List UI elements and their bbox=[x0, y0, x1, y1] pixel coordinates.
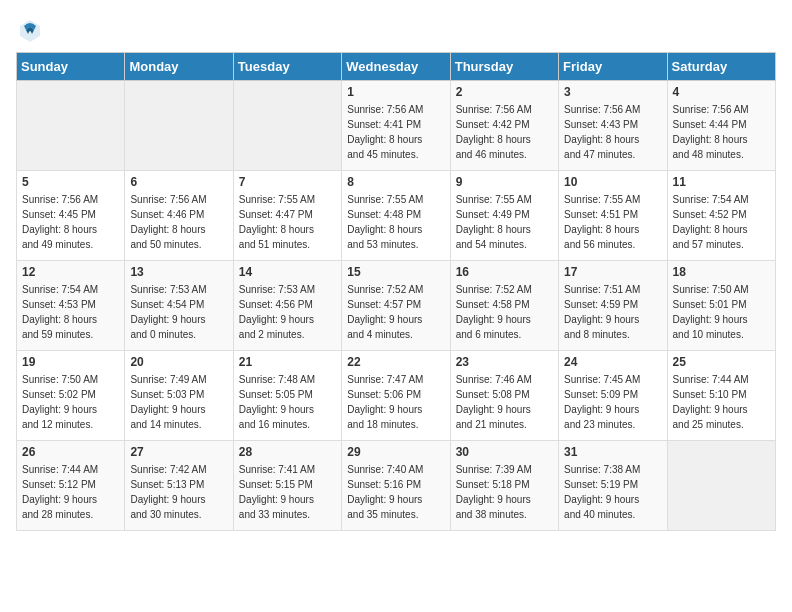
day-info: Sunrise: 7:56 AM Sunset: 4:46 PM Dayligh… bbox=[130, 192, 227, 252]
day-info: Sunrise: 7:50 AM Sunset: 5:01 PM Dayligh… bbox=[673, 282, 770, 342]
day-number: 20 bbox=[130, 355, 227, 369]
day-number: 5 bbox=[22, 175, 119, 189]
day-number: 16 bbox=[456, 265, 553, 279]
day-info: Sunrise: 7:56 AM Sunset: 4:44 PM Dayligh… bbox=[673, 102, 770, 162]
calendar-cell: 18Sunrise: 7:50 AM Sunset: 5:01 PM Dayli… bbox=[667, 261, 775, 351]
day-number: 19 bbox=[22, 355, 119, 369]
day-number: 22 bbox=[347, 355, 444, 369]
calendar-cell: 3Sunrise: 7:56 AM Sunset: 4:43 PM Daylig… bbox=[559, 81, 667, 171]
day-number: 26 bbox=[22, 445, 119, 459]
calendar-cell bbox=[233, 81, 341, 171]
weekday-header-saturday: Saturday bbox=[667, 53, 775, 81]
calendar-cell: 26Sunrise: 7:44 AM Sunset: 5:12 PM Dayli… bbox=[17, 441, 125, 531]
day-number: 31 bbox=[564, 445, 661, 459]
calendar-cell: 1Sunrise: 7:56 AM Sunset: 4:41 PM Daylig… bbox=[342, 81, 450, 171]
weekday-header-thursday: Thursday bbox=[450, 53, 558, 81]
weekday-header-friday: Friday bbox=[559, 53, 667, 81]
calendar-week-row: 5Sunrise: 7:56 AM Sunset: 4:45 PM Daylig… bbox=[17, 171, 776, 261]
calendar-cell bbox=[125, 81, 233, 171]
calendar-cell: 7Sunrise: 7:55 AM Sunset: 4:47 PM Daylig… bbox=[233, 171, 341, 261]
day-info: Sunrise: 7:48 AM Sunset: 5:05 PM Dayligh… bbox=[239, 372, 336, 432]
logo-icon bbox=[16, 16, 44, 44]
calendar-cell: 4Sunrise: 7:56 AM Sunset: 4:44 PM Daylig… bbox=[667, 81, 775, 171]
day-number: 14 bbox=[239, 265, 336, 279]
day-info: Sunrise: 7:38 AM Sunset: 5:19 PM Dayligh… bbox=[564, 462, 661, 522]
calendar-cell: 5Sunrise: 7:56 AM Sunset: 4:45 PM Daylig… bbox=[17, 171, 125, 261]
calendar-cell: 30Sunrise: 7:39 AM Sunset: 5:18 PM Dayli… bbox=[450, 441, 558, 531]
calendar-cell: 9Sunrise: 7:55 AM Sunset: 4:49 PM Daylig… bbox=[450, 171, 558, 261]
calendar-cell: 13Sunrise: 7:53 AM Sunset: 4:54 PM Dayli… bbox=[125, 261, 233, 351]
logo bbox=[16, 16, 48, 44]
day-info: Sunrise: 7:46 AM Sunset: 5:08 PM Dayligh… bbox=[456, 372, 553, 432]
calendar-week-row: 26Sunrise: 7:44 AM Sunset: 5:12 PM Dayli… bbox=[17, 441, 776, 531]
day-info: Sunrise: 7:44 AM Sunset: 5:10 PM Dayligh… bbox=[673, 372, 770, 432]
day-info: Sunrise: 7:45 AM Sunset: 5:09 PM Dayligh… bbox=[564, 372, 661, 432]
calendar-cell: 25Sunrise: 7:44 AM Sunset: 5:10 PM Dayli… bbox=[667, 351, 775, 441]
calendar-cell bbox=[17, 81, 125, 171]
day-info: Sunrise: 7:49 AM Sunset: 5:03 PM Dayligh… bbox=[130, 372, 227, 432]
calendar-cell: 27Sunrise: 7:42 AM Sunset: 5:13 PM Dayli… bbox=[125, 441, 233, 531]
page-header bbox=[16, 16, 776, 44]
day-number: 1 bbox=[347, 85, 444, 99]
calendar-cell: 20Sunrise: 7:49 AM Sunset: 5:03 PM Dayli… bbox=[125, 351, 233, 441]
calendar-cell: 16Sunrise: 7:52 AM Sunset: 4:58 PM Dayli… bbox=[450, 261, 558, 351]
calendar-cell: 10Sunrise: 7:55 AM Sunset: 4:51 PM Dayli… bbox=[559, 171, 667, 261]
day-number: 3 bbox=[564, 85, 661, 99]
day-number: 24 bbox=[564, 355, 661, 369]
day-info: Sunrise: 7:54 AM Sunset: 4:53 PM Dayligh… bbox=[22, 282, 119, 342]
day-number: 12 bbox=[22, 265, 119, 279]
day-info: Sunrise: 7:56 AM Sunset: 4:45 PM Dayligh… bbox=[22, 192, 119, 252]
day-info: Sunrise: 7:55 AM Sunset: 4:48 PM Dayligh… bbox=[347, 192, 444, 252]
day-number: 2 bbox=[456, 85, 553, 99]
day-number: 25 bbox=[673, 355, 770, 369]
day-info: Sunrise: 7:52 AM Sunset: 4:58 PM Dayligh… bbox=[456, 282, 553, 342]
day-number: 17 bbox=[564, 265, 661, 279]
calendar-cell: 11Sunrise: 7:54 AM Sunset: 4:52 PM Dayli… bbox=[667, 171, 775, 261]
calendar-cell: 14Sunrise: 7:53 AM Sunset: 4:56 PM Dayli… bbox=[233, 261, 341, 351]
day-number: 7 bbox=[239, 175, 336, 189]
day-number: 27 bbox=[130, 445, 227, 459]
day-info: Sunrise: 7:56 AM Sunset: 4:41 PM Dayligh… bbox=[347, 102, 444, 162]
day-number: 9 bbox=[456, 175, 553, 189]
calendar-cell: 28Sunrise: 7:41 AM Sunset: 5:15 PM Dayli… bbox=[233, 441, 341, 531]
calendar-cell: 15Sunrise: 7:52 AM Sunset: 4:57 PM Dayli… bbox=[342, 261, 450, 351]
day-number: 18 bbox=[673, 265, 770, 279]
day-number: 4 bbox=[673, 85, 770, 99]
day-info: Sunrise: 7:51 AM Sunset: 4:59 PM Dayligh… bbox=[564, 282, 661, 342]
day-number: 29 bbox=[347, 445, 444, 459]
day-info: Sunrise: 7:42 AM Sunset: 5:13 PM Dayligh… bbox=[130, 462, 227, 522]
calendar-cell: 17Sunrise: 7:51 AM Sunset: 4:59 PM Dayli… bbox=[559, 261, 667, 351]
calendar-cell: 12Sunrise: 7:54 AM Sunset: 4:53 PM Dayli… bbox=[17, 261, 125, 351]
weekday-header-row: SundayMondayTuesdayWednesdayThursdayFrid… bbox=[17, 53, 776, 81]
day-number: 11 bbox=[673, 175, 770, 189]
day-info: Sunrise: 7:55 AM Sunset: 4:49 PM Dayligh… bbox=[456, 192, 553, 252]
calendar-cell: 8Sunrise: 7:55 AM Sunset: 4:48 PM Daylig… bbox=[342, 171, 450, 261]
weekday-header-wednesday: Wednesday bbox=[342, 53, 450, 81]
day-info: Sunrise: 7:56 AM Sunset: 4:43 PM Dayligh… bbox=[564, 102, 661, 162]
day-info: Sunrise: 7:54 AM Sunset: 4:52 PM Dayligh… bbox=[673, 192, 770, 252]
day-info: Sunrise: 7:55 AM Sunset: 4:47 PM Dayligh… bbox=[239, 192, 336, 252]
day-info: Sunrise: 7:50 AM Sunset: 5:02 PM Dayligh… bbox=[22, 372, 119, 432]
day-number: 30 bbox=[456, 445, 553, 459]
day-info: Sunrise: 7:53 AM Sunset: 4:56 PM Dayligh… bbox=[239, 282, 336, 342]
calendar-cell: 19Sunrise: 7:50 AM Sunset: 5:02 PM Dayli… bbox=[17, 351, 125, 441]
calendar-cell: 22Sunrise: 7:47 AM Sunset: 5:06 PM Dayli… bbox=[342, 351, 450, 441]
day-number: 6 bbox=[130, 175, 227, 189]
day-number: 23 bbox=[456, 355, 553, 369]
day-number: 8 bbox=[347, 175, 444, 189]
calendar-week-row: 19Sunrise: 7:50 AM Sunset: 5:02 PM Dayli… bbox=[17, 351, 776, 441]
day-info: Sunrise: 7:41 AM Sunset: 5:15 PM Dayligh… bbox=[239, 462, 336, 522]
day-info: Sunrise: 7:39 AM Sunset: 5:18 PM Dayligh… bbox=[456, 462, 553, 522]
calendar-cell: 31Sunrise: 7:38 AM Sunset: 5:19 PM Dayli… bbox=[559, 441, 667, 531]
weekday-header-monday: Monday bbox=[125, 53, 233, 81]
day-number: 10 bbox=[564, 175, 661, 189]
day-number: 21 bbox=[239, 355, 336, 369]
calendar-cell: 23Sunrise: 7:46 AM Sunset: 5:08 PM Dayli… bbox=[450, 351, 558, 441]
day-info: Sunrise: 7:44 AM Sunset: 5:12 PM Dayligh… bbox=[22, 462, 119, 522]
calendar-cell: 24Sunrise: 7:45 AM Sunset: 5:09 PM Dayli… bbox=[559, 351, 667, 441]
day-number: 15 bbox=[347, 265, 444, 279]
day-number: 28 bbox=[239, 445, 336, 459]
calendar-cell: 6Sunrise: 7:56 AM Sunset: 4:46 PM Daylig… bbox=[125, 171, 233, 261]
day-info: Sunrise: 7:55 AM Sunset: 4:51 PM Dayligh… bbox=[564, 192, 661, 252]
day-info: Sunrise: 7:52 AM Sunset: 4:57 PM Dayligh… bbox=[347, 282, 444, 342]
